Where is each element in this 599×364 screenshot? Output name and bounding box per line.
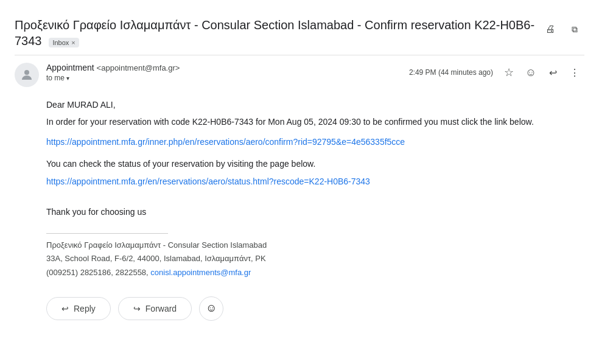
signature-address: 33A, School Road, F-6/2, 44000, Islamaba… bbox=[46, 252, 584, 265]
emoji-bottom-icon: ☺ bbox=[206, 302, 217, 315]
status-intro: You can check the status of your reserva… bbox=[46, 157, 584, 170]
email-container: Προξενικό Γραφείο Ισλαμαμπάντ - Consular… bbox=[0, 0, 599, 343]
subject-row: Προξενικό Γραφείο Ισλαμαμπάντ - Consular… bbox=[15, 10, 584, 55]
sender-right: 2:49 PM (44 minutes ago) ☆ ☺ ↩ ⋮ bbox=[409, 63, 584, 82]
thank-you: Thank you for choosing us bbox=[46, 205, 584, 219]
star-button[interactable]: ☆ bbox=[499, 63, 519, 82]
timestamp: 2:49 PM (44 minutes ago) bbox=[409, 68, 493, 77]
chevron-down-icon[interactable]: ▾ bbox=[66, 75, 69, 82]
reply-header-icon: ↩ bbox=[549, 67, 557, 79]
popout-icon: ⧉ bbox=[572, 24, 578, 35]
sender-name-row: Appointment <appointment@mfa.gr> bbox=[46, 63, 180, 72]
forward-button-label: Forward bbox=[145, 304, 177, 313]
email-body: Dear MURAD ALI, In order for your reserv… bbox=[15, 93, 584, 284]
signature-phone-email: (009251) 2825186, 2822558, conisl.appoin… bbox=[46, 266, 584, 279]
body-line1: In order for your reservation with code … bbox=[46, 115, 584, 128]
reply-button[interactable]: ↩ Reply bbox=[46, 297, 111, 320]
inbox-badge: Inbox × bbox=[49, 38, 79, 47]
sender-info: Appointment <appointment@mfa.gr> to me ▾ bbox=[46, 63, 180, 82]
greeting: Dear MURAD ALI, bbox=[46, 98, 584, 111]
svg-point-0 bbox=[24, 70, 29, 75]
reply-button-icon: ↩ bbox=[61, 304, 69, 313]
more-options-button[interactable]: ⋮ bbox=[565, 63, 584, 82]
signature-phone: (009251) 2825186, 2822558, bbox=[46, 268, 149, 277]
action-buttons: ↩ Reply ↪ Forward ☺ bbox=[15, 284, 584, 333]
action-icons: ☆ ☺ ↩ ⋮ bbox=[499, 63, 584, 82]
subject-icons: 🖨 ⧉ bbox=[541, 19, 584, 39]
signature-org: Προξενικό Γραφείο Ισλαμαμπάντ - Consular… bbox=[46, 239, 584, 252]
emoji-reaction-icon: ☺ bbox=[525, 66, 536, 79]
inbox-badge-label: Inbox bbox=[52, 39, 69, 46]
emoji-reaction-button[interactable]: ☺ bbox=[521, 63, 541, 82]
sender-left: Appointment <appointment@mfa.gr> to me ▾ bbox=[15, 63, 180, 87]
subject-line: Προξενικό Γραφείο Ισλαμαμπάντ - Consular… bbox=[15, 17, 541, 49]
more-options-icon: ⋮ bbox=[570, 67, 580, 79]
signature: Προξενικό Γραφείο Ισλαμαμπάντ - Consular… bbox=[46, 239, 584, 279]
to-me-row[interactable]: to me ▾ bbox=[46, 74, 180, 82]
status-link[interactable]: https://appointment.mfa.gr/en/reservatio… bbox=[46, 177, 370, 186]
star-icon: ☆ bbox=[504, 66, 514, 79]
subject-text: Προξενικό Γραφείο Ισλαμαμπάντ - Consular… bbox=[15, 18, 534, 47]
reply-button-label: Reply bbox=[74, 304, 96, 313]
forward-button[interactable]: ↪ Forward bbox=[118, 297, 192, 320]
signature-email-link[interactable]: conisl.appointments@mfa.gr bbox=[150, 268, 251, 277]
forward-button-icon: ↪ bbox=[133, 304, 141, 313]
sender-name: Appointment bbox=[46, 63, 94, 72]
subject-left: Προξενικό Γραφείο Ισλαμαμπάντ - Consular… bbox=[15, 17, 541, 49]
to-me-label: to me bbox=[46, 74, 65, 82]
confirm-link[interactable]: https://appointment.mfa.gr/inner.php/en/… bbox=[46, 137, 405, 147]
signature-divider bbox=[46, 233, 168, 234]
print-button[interactable]: 🖨 bbox=[541, 19, 560, 39]
reply-icon-button[interactable]: ↩ bbox=[543, 63, 562, 82]
print-icon: 🖨 bbox=[545, 24, 555, 35]
avatar bbox=[15, 63, 39, 87]
sender-row: Appointment <appointment@mfa.gr> to me ▾… bbox=[15, 55, 584, 93]
emoji-bottom-button[interactable]: ☺ bbox=[199, 296, 223, 321]
popout-button[interactable]: ⧉ bbox=[565, 19, 584, 39]
inbox-badge-close[interactable]: × bbox=[71, 39, 75, 46]
sender-email: <appointment@mfa.gr> bbox=[97, 63, 180, 72]
